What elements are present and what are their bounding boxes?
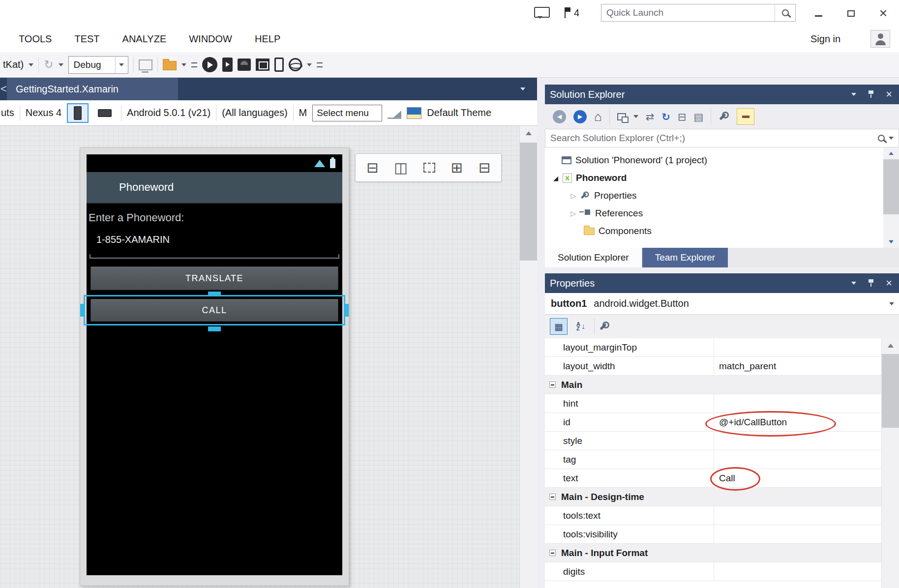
minimize-button[interactable] [806, 5, 831, 22]
pin-icon[interactable] [868, 279, 874, 287]
property-category-row[interactable]: Main [545, 376, 881, 394]
property-category-row[interactable]: Main - Design-time [545, 488, 881, 506]
scroll-down-arrow[interactable] [883, 236, 899, 248]
property-row[interactable]: layout_width match_parent [545, 357, 881, 376]
screenshot-icon[interactable] [256, 59, 270, 71]
prompt-textview[interactable]: Enter a Phoneword: [89, 211, 184, 224]
property-value[interactable] [714, 432, 881, 450]
quick-launch-input[interactable] [601, 7, 775, 18]
theme-selector[interactable]: Default Theme [427, 107, 491, 118]
selection-handle-right[interactable] [344, 304, 349, 317]
target-framework-caret[interactable] [29, 63, 33, 66]
run-on-device-icon[interactable] [222, 58, 233, 72]
property-value[interactable] [714, 562, 881, 581]
tree-row-references[interactable]: ▷ References [545, 205, 899, 222]
feedback-icon[interactable] [534, 7, 550, 18]
tree-vertical-scrollbar[interactable] [883, 147, 899, 248]
document-list-caret[interactable] [520, 88, 525, 90]
property-name[interactable]: digits [545, 562, 714, 581]
collapse-category-icon[interactable] [549, 382, 556, 388]
toolbar-caret[interactable] [307, 63, 312, 66]
property-value[interactable]: Call [714, 469, 881, 487]
solution-configuration-caret[interactable] [115, 57, 128, 73]
close-window-button[interactable]: × [870, 5, 896, 22]
design-surface[interactable]: Phoneword Enter a Phoneword: 1-855-XAMAR… [0, 126, 519, 588]
solution-configuration-combo[interactable]: Debug [68, 56, 128, 74]
scope-caret[interactable] [633, 115, 638, 118]
grid-vertical-scrollbar[interactable] [881, 338, 899, 588]
toolbar-caret[interactable] [181, 63, 186, 66]
property-category-row[interactable]: Main - Input Format [545, 544, 881, 562]
call-button[interactable]: CALL [90, 299, 338, 322]
android-version-selector[interactable]: Android 5.0.1 (v21) [127, 107, 210, 118]
notifications-button[interactable]: 4 [564, 5, 579, 20]
tree-row-components[interactable]: Components [545, 222, 899, 240]
tree-label[interactable]: Components [599, 226, 652, 236]
solution-search-input[interactable] [545, 133, 878, 144]
scope-to-button[interactable] [617, 113, 626, 120]
theme-editor-icon[interactable] [407, 107, 421, 119]
navigate-forward-button[interactable]: ▶ [573, 110, 587, 123]
tab-solution-explorer[interactable]: Solution Explorer [545, 248, 642, 267]
properties-pages-button[interactable]: ▤ [694, 112, 704, 122]
window-position-caret[interactable] [851, 282, 856, 285]
sdk-manager-icon[interactable] [163, 61, 177, 70]
selection-bounds-icon[interactable] [423, 163, 435, 173]
alphabetical-sort-button[interactable]: ↓ [572, 318, 590, 335]
solution-explorer-search-box[interactable] [545, 129, 899, 147]
landscape-orientation-button[interactable] [94, 103, 116, 123]
collapse-all-button[interactable]: ⊟ [678, 112, 687, 122]
property-value[interactable] [714, 450, 881, 469]
property-name[interactable]: style [545, 432, 714, 450]
tree-label[interactable]: Properties [594, 190, 637, 201]
sync-with-active-document-button[interactable]: ⇄ [646, 112, 655, 122]
pin-icon[interactable] [868, 90, 874, 98]
categorized-button[interactable]: ▦ [550, 318, 568, 335]
tree-label[interactable]: References [595, 208, 643, 219]
menu-window[interactable]: WINDOW [189, 33, 232, 45]
designer-vertical-scrollbar[interactable] [519, 126, 537, 588]
language-selector[interactable]: (All languages) [222, 107, 287, 118]
scroll-up-arrow[interactable] [520, 126, 537, 141]
preview-selected-items-button[interactable] [737, 108, 754, 125]
menu-help[interactable]: HELP [255, 33, 280, 45]
undo-caret[interactable] [59, 63, 63, 66]
zoom-in-icon[interactable]: ⊞ [450, 161, 462, 175]
property-name[interactable]: tools:visibility [545, 525, 714, 543]
home-button[interactable]: ⌂ [594, 110, 602, 123]
scrollbar-thumb[interactable] [520, 143, 537, 261]
property-row-text[interactable]: text Call [545, 469, 881, 488]
tree-row-properties[interactable]: ▷ Properties [545, 187, 899, 205]
close-icon[interactable]: × [886, 278, 892, 289]
refresh-button[interactable]: ↻ [661, 112, 670, 122]
property-name[interactable]: text [545, 469, 714, 487]
selection-handle-left[interactable] [80, 304, 85, 317]
property-value[interactable] [714, 394, 881, 412]
tab-team-explorer[interactable]: Team Explorer [642, 248, 728, 267]
property-name[interactable]: id [545, 413, 714, 431]
device-selector[interactable]: Nexus 4 [26, 107, 61, 118]
user-account-icon[interactable] [870, 30, 890, 48]
quick-launch-search-zone[interactable] [775, 4, 795, 21]
property-value[interactable] [714, 338, 881, 356]
select-menu-combo[interactable]: Select menu [312, 105, 382, 121]
property-name[interactable]: layout_width [545, 357, 714, 375]
navigate-back-button[interactable]: ◀ [553, 110, 566, 123]
expander-collapsed-icon[interactable]: ▷ [569, 192, 577, 200]
property-value[interactable]: @+id/CallButton [714, 413, 881, 431]
menu-tools[interactable]: TOOLS [19, 33, 52, 45]
alternate-layout-icon[interactable] [388, 107, 401, 119]
property-name[interactable]: hint [545, 394, 714, 412]
property-name[interactable]: tools:text [545, 506, 714, 525]
start-debugging-button[interactable] [202, 57, 217, 72]
attach-to-process-icon[interactable] [139, 59, 152, 70]
property-row[interactable]: layout_marginTop [545, 338, 881, 357]
property-name[interactable]: tag [545, 450, 714, 469]
tab-scroll-left-icon[interactable]: < [0, 78, 7, 100]
property-name[interactable]: layout_marginTop [545, 338, 714, 356]
property-value[interactable]: match_parent [714, 357, 881, 375]
document-tab-gettingstarted[interactable]: GettingStarted.Xamarin [7, 78, 178, 100]
expander-collapsed-icon[interactable]: ▷ [569, 209, 577, 217]
scroll-up-arrow[interactable] [882, 338, 899, 353]
tree-row-solution[interactable]: Solution 'Phoneword' (1 project) [545, 151, 899, 169]
